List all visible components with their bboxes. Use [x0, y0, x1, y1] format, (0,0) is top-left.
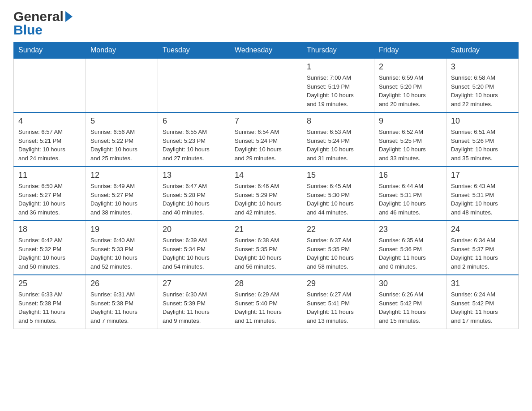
day-info: Sunrise: 6:47 AM Sunset: 5:28 PM Dayligh… [163, 182, 225, 217]
calendar-cell: 2Sunrise: 6:59 AM Sunset: 5:20 PM Daylig… [374, 58, 446, 112]
day-number: 17 [451, 171, 514, 180]
calendar-week-row: 11Sunrise: 6:50 AM Sunset: 5:27 PM Dayli… [14, 167, 519, 221]
day-number: 13 [163, 171, 225, 180]
page-header: General Blue [13, 9, 519, 38]
day-info: Sunrise: 6:34 AM Sunset: 5:37 PM Dayligh… [451, 236, 514, 271]
calendar-cell: 31Sunrise: 6:24 AM Sunset: 5:42 PM Dayli… [446, 275, 519, 329]
calendar-week-row: 25Sunrise: 6:33 AM Sunset: 5:38 PM Dayli… [14, 275, 519, 329]
day-number: 11 [18, 171, 81, 180]
calendar-cell: 16Sunrise: 6:44 AM Sunset: 5:31 PM Dayli… [374, 167, 446, 221]
calendar-cell: 18Sunrise: 6:42 AM Sunset: 5:32 PM Dayli… [14, 221, 86, 275]
calendar-header-row: SundayMondayTuesdayWednesdayThursdayFrid… [14, 43, 519, 59]
day-info: Sunrise: 6:39 AM Sunset: 5:34 PM Dayligh… [163, 236, 225, 271]
day-info: Sunrise: 6:54 AM Sunset: 5:24 PM Dayligh… [235, 128, 297, 163]
day-number: 19 [90, 225, 153, 234]
day-number: 12 [90, 171, 153, 180]
day-number: 3 [451, 62, 514, 72]
day-info: Sunrise: 6:57 AM Sunset: 5:21 PM Dayligh… [18, 128, 81, 163]
day-number: 10 [451, 116, 514, 126]
day-number: 1 [307, 62, 369, 72]
day-number: 8 [307, 116, 369, 126]
calendar-cell: 22Sunrise: 6:37 AM Sunset: 5:35 PM Dayli… [302, 221, 374, 275]
day-info: Sunrise: 6:33 AM Sunset: 5:38 PM Dayligh… [18, 290, 81, 325]
calendar-cell: 1Sunrise: 7:00 AM Sunset: 5:19 PM Daylig… [302, 58, 374, 112]
day-info: Sunrise: 6:30 AM Sunset: 5:39 PM Dayligh… [163, 290, 225, 325]
day-number: 9 [379, 116, 442, 126]
calendar-cell [14, 58, 86, 112]
day-info: Sunrise: 6:27 AM Sunset: 5:41 PM Dayligh… [307, 290, 369, 325]
day-info: Sunrise: 6:38 AM Sunset: 5:35 PM Dayligh… [235, 236, 297, 271]
day-number: 28 [235, 279, 297, 288]
logo-general-word: General [13, 9, 64, 24]
day-info: Sunrise: 6:44 AM Sunset: 5:31 PM Dayligh… [379, 182, 442, 217]
calendar-cell: 17Sunrise: 6:43 AM Sunset: 5:31 PM Dayli… [446, 167, 519, 221]
column-header-thursday: Thursday [302, 43, 374, 59]
day-info: Sunrise: 6:52 AM Sunset: 5:25 PM Dayligh… [379, 128, 442, 163]
logo: General Blue [13, 9, 74, 38]
day-number: 4 [18, 116, 81, 126]
day-number: 22 [307, 225, 369, 234]
day-number: 5 [90, 116, 153, 126]
calendar-week-row: 4Sunrise: 6:57 AM Sunset: 5:21 PM Daylig… [14, 112, 519, 167]
calendar-week-row: 1Sunrise: 7:00 AM Sunset: 5:19 PM Daylig… [14, 58, 519, 112]
calendar-cell: 7Sunrise: 6:54 AM Sunset: 5:24 PM Daylig… [230, 112, 302, 167]
logo-blue-word: Blue [13, 22, 43, 38]
column-header-monday: Monday [86, 43, 158, 59]
day-number: 24 [451, 225, 514, 234]
day-info: Sunrise: 6:42 AM Sunset: 5:32 PM Dayligh… [18, 236, 81, 271]
calendar-cell: 19Sunrise: 6:40 AM Sunset: 5:33 PM Dayli… [86, 221, 158, 275]
day-info: Sunrise: 6:43 AM Sunset: 5:31 PM Dayligh… [451, 182, 514, 217]
day-info: Sunrise: 6:53 AM Sunset: 5:24 PM Dayligh… [307, 128, 369, 163]
calendar-week-row: 18Sunrise: 6:42 AM Sunset: 5:32 PM Dayli… [14, 221, 519, 275]
day-number: 18 [18, 225, 81, 234]
day-info: Sunrise: 6:35 AM Sunset: 5:36 PM Dayligh… [379, 236, 442, 271]
calendar-cell: 21Sunrise: 6:38 AM Sunset: 5:35 PM Dayli… [230, 221, 302, 275]
day-number: 7 [235, 116, 297, 126]
calendar-cell [86, 58, 158, 112]
calendar-cell: 8Sunrise: 6:53 AM Sunset: 5:24 PM Daylig… [302, 112, 374, 167]
day-number: 6 [163, 116, 225, 126]
calendar-cell: 24Sunrise: 6:34 AM Sunset: 5:37 PM Dayli… [446, 221, 519, 275]
day-info: Sunrise: 6:56 AM Sunset: 5:22 PM Dayligh… [90, 128, 153, 163]
calendar-cell: 13Sunrise: 6:47 AM Sunset: 5:28 PM Dayli… [158, 167, 230, 221]
calendar-cell: 11Sunrise: 6:50 AM Sunset: 5:27 PM Dayli… [14, 167, 86, 221]
calendar-cell: 15Sunrise: 6:45 AM Sunset: 5:30 PM Dayli… [302, 167, 374, 221]
day-info: Sunrise: 6:26 AM Sunset: 5:42 PM Dayligh… [379, 290, 442, 325]
day-number: 25 [18, 279, 81, 288]
logo-triangle-icon [65, 11, 73, 22]
calendar-cell: 4Sunrise: 6:57 AM Sunset: 5:21 PM Daylig… [14, 112, 86, 167]
calendar-cell: 28Sunrise: 6:29 AM Sunset: 5:40 PM Dayli… [230, 275, 302, 329]
day-info: Sunrise: 6:40 AM Sunset: 5:33 PM Dayligh… [90, 236, 153, 271]
calendar-cell: 14Sunrise: 6:46 AM Sunset: 5:29 PM Dayli… [230, 167, 302, 221]
day-info: Sunrise: 6:24 AM Sunset: 5:42 PM Dayligh… [451, 290, 514, 325]
calendar-cell: 29Sunrise: 6:27 AM Sunset: 5:41 PM Dayli… [302, 275, 374, 329]
calendar-cell [230, 58, 302, 112]
day-number: 2 [379, 62, 442, 72]
day-number: 16 [379, 171, 442, 180]
calendar-table: SundayMondayTuesdayWednesdayThursdayFrid… [13, 42, 519, 329]
calendar-cell: 25Sunrise: 6:33 AM Sunset: 5:38 PM Dayli… [14, 275, 86, 329]
day-info: Sunrise: 6:37 AM Sunset: 5:35 PM Dayligh… [307, 236, 369, 271]
calendar-cell: 9Sunrise: 6:52 AM Sunset: 5:25 PM Daylig… [374, 112, 446, 167]
day-number: 21 [235, 225, 297, 234]
calendar-cell: 20Sunrise: 6:39 AM Sunset: 5:34 PM Dayli… [158, 221, 230, 275]
calendar-cell: 27Sunrise: 6:30 AM Sunset: 5:39 PM Dayli… [158, 275, 230, 329]
day-info: Sunrise: 6:51 AM Sunset: 5:26 PM Dayligh… [451, 128, 514, 163]
day-number: 29 [307, 279, 369, 288]
calendar-cell: 5Sunrise: 6:56 AM Sunset: 5:22 PM Daylig… [86, 112, 158, 167]
calendar-cell: 6Sunrise: 6:55 AM Sunset: 5:23 PM Daylig… [158, 112, 230, 167]
column-header-friday: Friday [374, 43, 446, 59]
day-info: Sunrise: 6:31 AM Sunset: 5:38 PM Dayligh… [90, 290, 153, 325]
column-header-saturday: Saturday [446, 43, 519, 59]
column-header-wednesday: Wednesday [230, 43, 302, 59]
day-info: Sunrise: 6:50 AM Sunset: 5:27 PM Dayligh… [18, 182, 81, 217]
calendar-cell: 12Sunrise: 6:49 AM Sunset: 5:27 PM Dayli… [86, 167, 158, 221]
day-info: Sunrise: 6:29 AM Sunset: 5:40 PM Dayligh… [235, 290, 297, 325]
day-info: Sunrise: 7:00 AM Sunset: 5:19 PM Dayligh… [307, 73, 369, 108]
day-info: Sunrise: 6:49 AM Sunset: 5:27 PM Dayligh… [90, 182, 153, 217]
column-header-tuesday: Tuesday [158, 43, 230, 59]
day-number: 23 [379, 225, 442, 234]
day-info: Sunrise: 6:46 AM Sunset: 5:29 PM Dayligh… [235, 182, 297, 217]
day-info: Sunrise: 6:55 AM Sunset: 5:23 PM Dayligh… [163, 128, 225, 163]
day-number: 31 [451, 279, 514, 288]
